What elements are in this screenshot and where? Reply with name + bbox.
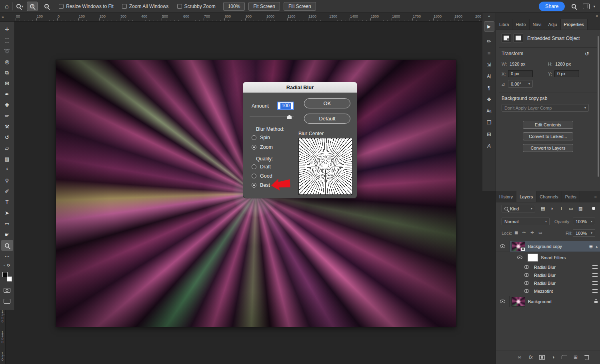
panel-scrollbar[interactable] xyxy=(598,36,599,177)
ok-button[interactable]: OK xyxy=(304,98,350,108)
search-button[interactable] xyxy=(568,2,579,11)
lock-position-icon[interactable]: ✛ xyxy=(530,230,534,235)
healing-brush-tool[interactable]: ✚ xyxy=(1,100,13,110)
3d-panel-icon[interactable]: ❒ xyxy=(482,117,496,128)
brush-settings-panel-icon[interactable]: ✏ xyxy=(482,36,496,47)
amount-slider[interactable] xyxy=(250,116,294,117)
object-selection-tool[interactable]: ◎ xyxy=(1,56,13,67)
clone-stamp-tool[interactable]: ⚒ xyxy=(1,121,13,132)
zoom-in-button[interactable]: + xyxy=(27,2,38,11)
play-panel-button[interactable]: ▶ xyxy=(484,21,494,32)
tab-libraries[interactable]: Libra xyxy=(496,19,512,30)
visibility-cell[interactable] xyxy=(496,296,510,307)
opacity-dropdown[interactable]: 100% ▾ xyxy=(573,218,595,225)
gradient-tool[interactable]: ▧ xyxy=(1,154,13,164)
glyphs-panel-icon[interactable]: Aa xyxy=(482,105,496,117)
layer-name[interactable]: Background copy xyxy=(528,244,586,249)
adjustment-layer-icon[interactable]: ◑ xyxy=(549,353,558,362)
height-value[interactable]: 1280 px xyxy=(555,62,571,66)
layer-comp-dropdown[interactable]: Don't Apply Layer Comp ▾ xyxy=(502,104,589,112)
filter-blending-options-icon[interactable] xyxy=(592,281,598,285)
zoom-out-button[interactable]: − xyxy=(41,2,52,11)
color-swatches[interactable] xyxy=(2,272,12,282)
filter-name[interactable]: Radial Blur xyxy=(534,273,590,278)
x-input[interactable]: 0 px xyxy=(508,70,533,77)
move-tool[interactable]: ✛ xyxy=(1,24,13,35)
brush-tool[interactable]: ✏ xyxy=(1,110,13,121)
filter-name[interactable]: Radial Blur xyxy=(534,281,590,286)
character-panel-icon[interactable]: A| xyxy=(482,70,496,82)
tab-history[interactable]: History xyxy=(496,191,516,202)
filter-pixel-layers-icon[interactable]: ▤ xyxy=(541,206,545,211)
collapse-filters-icon[interactable]: ▴ xyxy=(596,244,598,248)
expand-panels-icon[interactable]: « xyxy=(488,14,490,20)
filter-blending-options-icon[interactable] xyxy=(592,265,598,269)
layer-row-background-copy[interactable]: Background copy ◉ ▴ xyxy=(496,241,600,252)
shape-tool[interactable]: ▭ xyxy=(1,218,13,229)
layer-name[interactable]: Background xyxy=(528,299,592,304)
new-group-icon[interactable] xyxy=(560,353,569,362)
angle-dropdown[interactable]: 0,00° ▾ xyxy=(508,80,533,88)
shapes-panel-icon[interactable]: ❖ xyxy=(482,94,496,105)
share-button[interactable]: Share xyxy=(539,2,565,11)
layer-thumbnail[interactable] xyxy=(512,297,525,306)
smart-filter-row[interactable]: Radial Blur xyxy=(496,271,600,279)
scrubby-zoom-checkbox[interactable]: Scrubby Zoom xyxy=(177,4,216,9)
lock-pixels-icon[interactable]: ✏ xyxy=(522,230,526,235)
layer-name[interactable]: Smart Filters xyxy=(541,255,598,260)
radio-draft[interactable]: Draft xyxy=(252,164,271,170)
amount-input[interactable]: 100 xyxy=(278,102,294,110)
filter-blending-options-icon[interactable] xyxy=(592,289,598,293)
foreground-color-swatch[interactable] xyxy=(2,272,8,277)
crop-tool[interactable]: ⧉ xyxy=(1,67,13,78)
smart-filter-row[interactable]: Radial Blur xyxy=(496,263,600,271)
layers-menu-icon[interactable]: ≡ xyxy=(591,191,600,202)
fill-dropdown[interactable]: 100% ▾ xyxy=(573,229,595,237)
radio-good[interactable]: Good xyxy=(252,173,272,179)
y-input[interactable]: 0 px xyxy=(554,70,579,77)
radio-zoom[interactable]: Zoom xyxy=(252,144,273,150)
eyedropper-tool[interactable]: ✒ xyxy=(1,89,13,100)
smart-filter-toggle-icon[interactable]: ◉ xyxy=(589,244,593,249)
caret-down-icon[interactable]: ▾ xyxy=(593,4,595,8)
screen-mode-button[interactable] xyxy=(1,296,13,306)
filter-type-layers-icon[interactable]: T xyxy=(560,206,563,211)
visibility-cell[interactable] xyxy=(496,241,510,252)
tab-properties[interactable]: Properties xyxy=(561,19,588,30)
styles-panel-icon[interactable]: A xyxy=(482,140,496,152)
lock-artboard-icon[interactable]: ▭ xyxy=(538,230,542,235)
filter-toggle-icon[interactable] xyxy=(592,207,595,210)
visibility-cell[interactable] xyxy=(521,279,532,287)
horizontal-ruler[interactable]: 00 100 0 100 200 300 400 500 600 700 800… xyxy=(14,13,482,22)
tab-histogram[interactable]: Histo xyxy=(512,19,529,30)
default-button[interactable]: Default xyxy=(304,114,350,124)
quick-mask-button[interactable] xyxy=(1,285,13,296)
filter-name[interactable]: Radial Blur xyxy=(534,265,590,270)
fill-screen-button[interactable]: Fill Screen xyxy=(284,2,316,11)
paragraph-panel-icon[interactable]: ¶ xyxy=(482,82,496,94)
blur-center-preview[interactable] xyxy=(298,138,352,195)
width-value[interactable]: 1920 px xyxy=(510,62,525,66)
reset-transform-icon[interactable]: ↺ xyxy=(585,51,589,57)
pen-tool[interactable]: ✐ xyxy=(1,186,13,197)
mini-square-icon[interactable]: ▫ xyxy=(4,263,5,268)
layer-style-fx-icon[interactable]: fx xyxy=(526,353,535,362)
type-tool[interactable]: T xyxy=(1,197,13,208)
export-panel-icon[interactable]: ⇲ xyxy=(482,59,496,70)
visibility-cell[interactable] xyxy=(521,271,532,279)
patterns-panel-icon[interactable]: ⊞ xyxy=(482,128,496,140)
delete-layer-icon[interactable] xyxy=(582,353,591,362)
visibility-cell[interactable] xyxy=(521,263,532,271)
path-selection-tool[interactable]: ➤ xyxy=(1,208,13,218)
tab-navigator[interactable]: Navi xyxy=(530,19,545,30)
hand-tool[interactable]: ☛ xyxy=(1,229,13,240)
zoom-tool[interactable] xyxy=(1,240,13,251)
visibility-cell[interactable] xyxy=(514,252,526,263)
amount-slider-thumb[interactable] xyxy=(287,115,292,119)
edit-contents-button[interactable]: Edit Contents xyxy=(523,121,573,129)
zoom-100-button[interactable]: 100% xyxy=(223,2,245,11)
dialog-titlebar[interactable]: Radial Blur xyxy=(243,82,357,93)
history-brush-tool[interactable]: ↺ xyxy=(1,132,13,143)
filter-mask-thumbnail[interactable] xyxy=(528,254,538,262)
fit-screen-button[interactable]: Fit Screen xyxy=(248,2,280,11)
